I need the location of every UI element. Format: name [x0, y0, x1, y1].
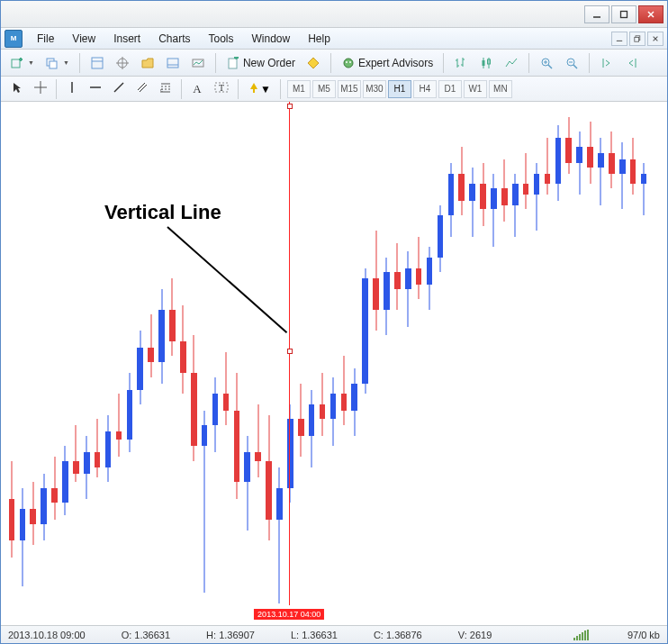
zoom-out-button[interactable] [561, 53, 582, 73]
menu-file[interactable]: File [28, 28, 63, 49]
svg-marker-62 [250, 83, 257, 89]
timeframe-h1-button[interactable]: H1 [388, 80, 411, 98]
market-watch-icon [90, 56, 104, 70]
status-close: C: 1.36876 [374, 630, 422, 640]
chart-shift-button[interactable] [621, 53, 643, 73]
equidistant-channel-button[interactable] [131, 79, 153, 99]
svg-rect-14 [92, 58, 103, 68]
fibonacci-icon: F [159, 81, 172, 96]
svg-rect-6 [635, 37, 639, 41]
new-order-label: New Order [243, 57, 295, 69]
menu-window[interactable]: Window [243, 28, 300, 49]
svg-rect-9 [12, 59, 20, 68]
metaeditor-button[interactable] [302, 53, 324, 73]
navigator-button[interactable] [137, 53, 158, 73]
text-button[interactable]: A [186, 79, 208, 99]
trendline-button[interactable] [108, 79, 130, 99]
line-chart-icon [504, 56, 519, 70]
svg-line-53 [138, 83, 145, 90]
svg-rect-19 [167, 59, 178, 68]
svg-line-52 [114, 83, 123, 92]
menu-help[interactable]: Help [299, 28, 339, 49]
status-volume: V: 2619 [458, 630, 492, 640]
zoom-in-icon [539, 56, 554, 70]
line-chart-button[interactable] [501, 53, 522, 73]
vline-handle-mid[interactable] [287, 349, 293, 354]
data-window-button[interactable] [112, 53, 133, 73]
horizontal-line-button[interactable] [85, 79, 106, 99]
chart-area[interactable]: 2013.10.17 04:00Vertical Line [1, 102, 667, 625]
tester-icon [191, 56, 205, 70]
annotation-pointer-line [167, 226, 286, 332]
status-network: 97/0 kb [627, 630, 660, 640]
expert-advisors-button[interactable]: Expert Advisors [338, 53, 437, 73]
mdi-restore-button[interactable] [629, 32, 645, 46]
window-minimize-button[interactable] [584, 5, 609, 23]
status-low: L: 1.36631 [291, 630, 338, 640]
bar-chart-button[interactable] [450, 53, 472, 73]
timeframe-d1-button[interactable]: D1 [438, 80, 462, 98]
bar-chart-icon [454, 56, 468, 70]
new-order-button[interactable]: New Order [222, 53, 299, 73]
timeframe-h4-button[interactable]: H4 [413, 80, 437, 98]
text-label-icon: T [214, 81, 229, 96]
arrows-button[interactable]: ▼ [243, 79, 275, 99]
new-chart-button[interactable]: ▼ [6, 53, 38, 73]
window-close-button[interactable] [638, 5, 663, 23]
svg-text:T: T [219, 83, 224, 93]
vertical-line-icon [66, 81, 78, 96]
cursor-icon [11, 81, 23, 96]
svg-point-28 [349, 61, 351, 63]
vertical-line-object[interactable] [289, 102, 290, 605]
strategy-tester-button[interactable] [187, 53, 209, 73]
menu-view[interactable]: View [63, 28, 104, 49]
svg-rect-36 [483, 60, 485, 66]
vline-handle-top[interactable] [287, 104, 293, 109]
timeframe-mn-button[interactable]: MN [489, 80, 512, 98]
folder-tree-icon [140, 56, 155, 70]
mdi-close-button[interactable] [647, 32, 663, 46]
vertical-line-button[interactable] [61, 79, 83, 99]
cursor-button[interactable] [6, 79, 28, 99]
crosshair-icon [34, 81, 47, 96]
new-order-icon [226, 56, 240, 70]
market-watch-button[interactable] [86, 53, 108, 73]
status-bar: 2013.10.18 09:00 O: 1.36631 H: 1.36907 L… [1, 625, 667, 643]
svg-rect-22 [229, 59, 237, 68]
svg-point-26 [344, 59, 353, 68]
menu-insert[interactable]: Insert [104, 28, 149, 49]
timeframe-m30-button[interactable]: M30 [363, 80, 386, 98]
crosshair-window-icon [115, 56, 130, 70]
profiles-button[interactable]: ▼ [41, 53, 73, 73]
menu-charts[interactable]: Charts [149, 28, 199, 49]
svg-line-54 [140, 85, 147, 92]
text-label-button[interactable]: T [210, 79, 233, 99]
channel-icon [136, 81, 149, 96]
status-time: 2013.10.18 09:00 [8, 630, 86, 640]
timeframe-m15-button[interactable]: M15 [338, 80, 361, 98]
mdi-minimize-button[interactable] [611, 32, 627, 46]
menubar: M File View Insert Charts Tools Window H… [1, 28, 667, 50]
candle-chart-icon [479, 56, 493, 70]
fibonacci-button[interactable]: F [155, 79, 176, 99]
timeframe-w1-button[interactable]: W1 [464, 80, 487, 98]
svg-marker-25 [308, 58, 319, 68]
terminal-button[interactable] [162, 53, 184, 73]
svg-rect-13 [50, 61, 57, 68]
text-icon: A [193, 82, 201, 96]
zoom-in-button[interactable] [536, 53, 557, 73]
svg-line-40 [548, 65, 552, 68]
crosshair-button[interactable] [30, 79, 51, 99]
menu-tools[interactable]: Tools [200, 28, 243, 49]
annotation-label: Vertical Line [104, 201, 221, 224]
auto-scroll-button[interactable] [596, 53, 618, 73]
timeframe-m1-button[interactable]: M1 [287, 80, 311, 98]
zoom-out-icon [564, 56, 579, 70]
line-toolbar: F A T ▼ M1M5M15M30H1H4D1W1MN [1, 77, 667, 102]
expert-advisors-label: Expert Advisors [358, 57, 433, 69]
candle-chart-button[interactable] [475, 53, 497, 73]
timeframe-m5-button[interactable]: M5 [312, 80, 336, 98]
svg-rect-1 [621, 11, 627, 17]
terminal-icon [166, 56, 180, 70]
window-maximize-button[interactable] [611, 5, 636, 23]
